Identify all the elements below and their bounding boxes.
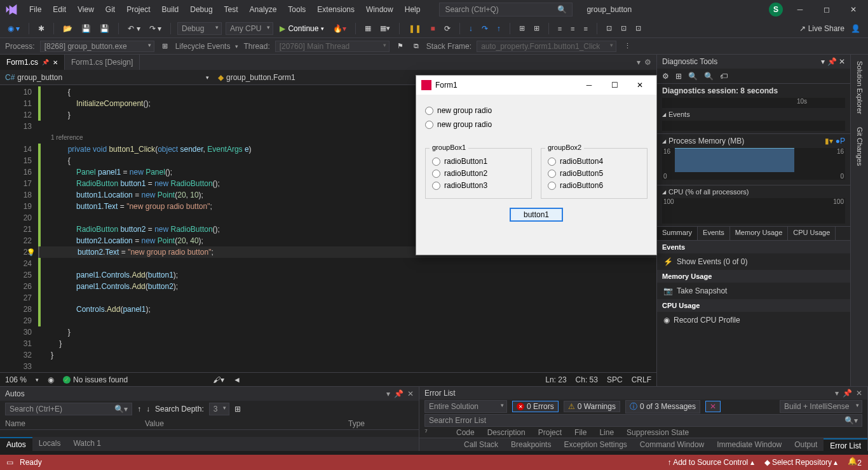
- lifecycle-label[interactable]: Lifecycle Events: [175, 42, 231, 51]
- minimize-button[interactable]: ─: [790, 5, 810, 14]
- redo-button[interactable]: ↷ ▾: [147, 23, 164, 34]
- menu-test[interactable]: Test: [219, 3, 243, 17]
- menu-file[interactable]: File: [24, 3, 46, 17]
- autos-pin-button[interactable]: 📌: [394, 389, 403, 398]
- no-issues-indicator[interactable]: No issues found: [63, 375, 128, 384]
- exception-settings-tab[interactable]: Exception Settings: [557, 438, 633, 451]
- show-events-link[interactable]: ⚡Show Events (0 of 0): [657, 253, 850, 270]
- autos-extra-icon[interactable]: ⊞: [234, 405, 241, 413]
- diag-select-icon[interactable]: 🏷: [720, 72, 728, 81]
- close-button[interactable]: ✕: [844, 5, 863, 14]
- lightbulb-icon[interactable]: 💡: [27, 246, 36, 258]
- diag-events-header[interactable]: Events: [662, 111, 845, 118]
- radiobutton-6[interactable]: radioButton6: [548, 181, 641, 190]
- error-search-input[interactable]: Search Error List 🔍▾: [424, 414, 862, 427]
- toolbar-icon-3[interactable]: ⊞: [517, 23, 527, 34]
- pin-icon[interactable]: 📌: [42, 59, 49, 65]
- autos-tab[interactable]: Autos: [0, 437, 32, 451]
- toolbar-icon-9[interactable]: ⊡: [618, 23, 629, 34]
- search-down-button[interactable]: ↓: [146, 405, 150, 413]
- toolbar-icon-10[interactable]: ⊡: [633, 23, 644, 34]
- global-search-input[interactable]: Search (Ctrl+Q) 🔍: [439, 3, 573, 17]
- close-tab-icon[interactable]: ✕: [53, 59, 58, 66]
- new-group-radio-1[interactable]: new group radio: [425, 106, 648, 115]
- step-into-button[interactable]: ↓: [466, 23, 475, 34]
- continue-button[interactable]: ▶Continue▾: [277, 23, 327, 34]
- errorlist-pin-button[interactable]: 📌: [843, 389, 852, 398]
- menu-view[interactable]: View: [72, 3, 99, 17]
- lifecycle-icon[interactable]: ⊞: [159, 41, 170, 51]
- diag-settings-icon[interactable]: ⚙: [662, 72, 669, 81]
- menu-edit[interactable]: Edit: [48, 3, 71, 17]
- form-button1[interactable]: button1: [510, 208, 563, 222]
- form-maximize-button[interactable]: ☐: [603, 81, 626, 90]
- user-avatar[interactable]: S: [769, 3, 783, 17]
- col-file[interactable]: File: [574, 428, 587, 437]
- stack-frame-dropdown[interactable]: auto_property.Form1.button1_Click: [477, 41, 616, 52]
- col-project[interactable]: Project: [538, 428, 562, 437]
- save-button[interactable]: 💾: [79, 23, 93, 34]
- flag-icon[interactable]: ⚑: [395, 41, 406, 51]
- threads-icon[interactable]: ⧉: [411, 41, 421, 51]
- indent-mode[interactable]: SPC: [607, 375, 623, 384]
- col-description[interactable]: Description: [487, 428, 526, 437]
- callstack-tab[interactable]: Call Stack: [458, 438, 505, 451]
- toolbar-icon-1[interactable]: ▦: [362, 23, 374, 34]
- toolbar-icon-5[interactable]: ≡: [555, 24, 564, 34]
- new-item-button[interactable]: ✱: [36, 23, 47, 34]
- scroll-left-button[interactable]: ◄: [233, 375, 241, 384]
- error-list-tab[interactable]: Error List: [824, 438, 867, 451]
- step-over-button[interactable]: ↷: [479, 23, 491, 34]
- form-titlebar[interactable]: Form1 ─ ☐ ✕: [416, 76, 656, 95]
- record-cpu-link[interactable]: ◉Record CPU Profile: [657, 312, 850, 328]
- nav-back-button[interactable]: ◉ ▾: [5, 23, 22, 34]
- project-nav-dropdown[interactable]: C# group_button: [0, 71, 213, 84]
- col-line[interactable]: Line: [599, 428, 614, 437]
- error-source-dropdown[interactable]: Build + IntelliSense: [780, 400, 862, 413]
- select-repository[interactable]: ◆ Select Repository ▴: [764, 458, 838, 467]
- col-type[interactable]: Type: [348, 419, 365, 428]
- thread-dropdown[interactable]: [20760] Main Thread: [275, 41, 390, 52]
- open-button[interactable]: 📂: [60, 23, 75, 34]
- radiobutton-2[interactable]: radioButton2: [432, 169, 525, 178]
- build-filter[interactable]: ✕: [705, 401, 721, 412]
- autos-search-input[interactable]: Search (Ctrl+E) 🔍▾: [5, 403, 132, 415]
- locals-tab[interactable]: Locals: [32, 437, 67, 451]
- pause-button[interactable]: ❚❚: [406, 23, 424, 34]
- immediate-window-tab[interactable]: Immediate Window: [710, 438, 788, 451]
- autos-dropdown-button[interactable]: ▾: [386, 389, 390, 398]
- toolbar-icon-6[interactable]: ≡: [568, 24, 577, 34]
- config-dropdown[interactable]: Debug: [177, 22, 222, 35]
- diag-close-button[interactable]: ✕: [839, 57, 845, 66]
- diag-cpu-header[interactable]: CPU (% of all processors): [662, 188, 845, 196]
- menu-analyze[interactable]: Analyze: [245, 3, 282, 17]
- errorlist-close-button[interactable]: ✕: [856, 389, 862, 398]
- diag-tab-cpu[interactable]: CPU Usage: [788, 227, 836, 240]
- col-value[interactable]: Value: [145, 419, 323, 428]
- line-ending[interactable]: CRLF: [632, 375, 651, 384]
- new-group-radio-2[interactable]: new group radio: [425, 120, 648, 129]
- restart-button[interactable]: ⟳: [442, 23, 453, 34]
- process-dropdown[interactable]: [8268] group_button.exe: [40, 41, 154, 52]
- errors-filter[interactable]: ✕0 Errors: [512, 401, 559, 412]
- toolbar-icon-4[interactable]: ⊞: [531, 23, 542, 34]
- health-icon[interactable]: ◉: [48, 375, 54, 384]
- menu-project[interactable]: Project: [121, 3, 155, 17]
- take-snapshot-link[interactable]: 📷Take Snapshot: [657, 283, 850, 299]
- diag-zoom-reset-icon[interactable]: ⊞: [675, 72, 682, 81]
- output-tab[interactable]: Output: [788, 438, 824, 451]
- breakpoints-tab[interactable]: Breakpoints: [505, 438, 557, 451]
- radiobutton-1[interactable]: radioButton1: [432, 157, 525, 166]
- git-changes-tab[interactable]: Git Changes: [853, 123, 866, 170]
- undo-button[interactable]: ↶ ▾: [125, 23, 142, 34]
- diag-tab-memory[interactable]: Memory Usage: [730, 227, 789, 240]
- notifications-button[interactable]: 🔔2: [848, 457, 862, 467]
- messages-filter[interactable]: ⓘ0 of 3 Messages: [625, 400, 700, 413]
- error-scope-dropdown[interactable]: Entire Solution: [424, 400, 507, 413]
- debug-extra-icon[interactable]: ⋮: [621, 41, 634, 51]
- menu-extensions[interactable]: Extensions: [312, 3, 360, 17]
- diag-memory-header[interactable]: Process Memory (MB) ▮▾ ●P: [662, 137, 845, 145]
- hot-reload-button[interactable]: 🔥▾: [330, 23, 349, 34]
- tab-form1-design[interactable]: Form1.cs [Design]: [65, 55, 140, 70]
- live-share-button[interactable]: ↗ Live Share: [799, 24, 844, 33]
